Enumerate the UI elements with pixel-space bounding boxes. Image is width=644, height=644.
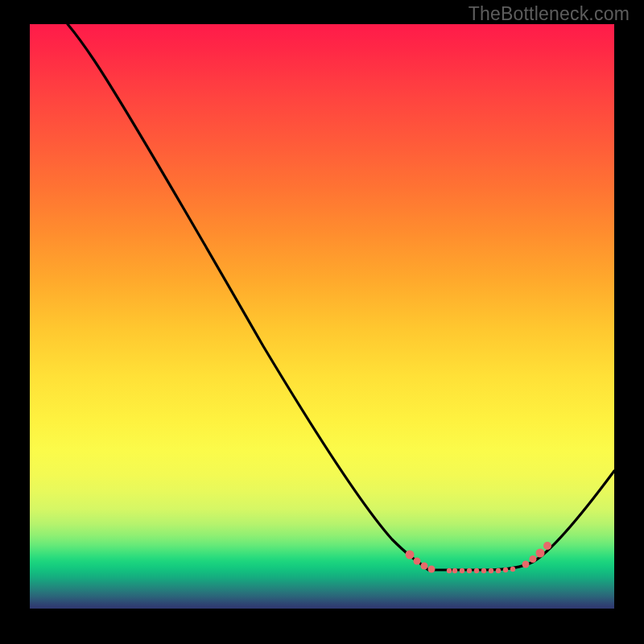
- y-axis: [23, 24, 30, 609]
- heat-gradient: [30, 24, 614, 609]
- chart-container: TheBottleneck.com: [0, 0, 644, 644]
- plot-area: [30, 24, 614, 609]
- x-axis: [30, 609, 614, 615]
- watermark-text: TheBottleneck.com: [469, 3, 630, 25]
